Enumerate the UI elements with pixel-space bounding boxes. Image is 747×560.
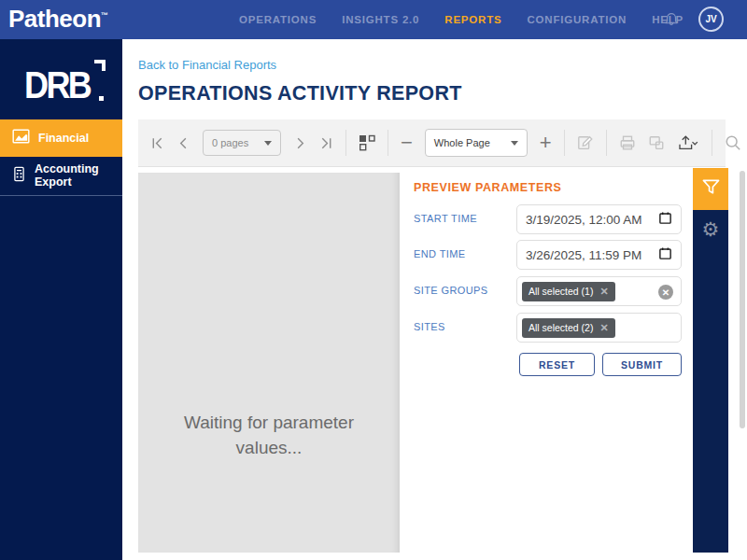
toolbar-separator bbox=[712, 130, 712, 156]
page-title: OPERATIONS ACTIVITY REPORT bbox=[138, 82, 462, 105]
zoom-level-dropdown[interactable]: Whole Page bbox=[425, 129, 528, 157]
chevron-down-icon bbox=[511, 141, 518, 146]
nav-item-reports[interactable]: REPORTS bbox=[444, 14, 501, 25]
top-navbar: Patheon™ OPERATIONS INSIGHTS 2.0 REPORTS… bbox=[0, 0, 747, 39]
zoom-out-button[interactable]: − bbox=[401, 133, 413, 153]
edit-report-icon bbox=[577, 134, 594, 151]
toolbar-separator bbox=[606, 130, 607, 156]
top-nav-menu: OPERATIONS INSIGHTS 2.0 REPORTS CONFIGUR… bbox=[239, 0, 684, 39]
drb-logo-corner-mark bbox=[94, 60, 106, 71]
last-page-button[interactable] bbox=[319, 136, 333, 150]
end-time-input[interactable]: 3/26/2025, 11:59 PM bbox=[516, 240, 682, 270]
nav-item-insights[interactable]: INSIGHTS 2.0 bbox=[342, 14, 419, 25]
user-avatar[interactable]: JV bbox=[698, 7, 724, 32]
toolbar-separator bbox=[564, 130, 565, 156]
patheon-logo: Patheon™ bbox=[8, 5, 108, 34]
reset-button[interactable]: RESET bbox=[519, 353, 595, 376]
sidebar-divider bbox=[0, 195, 122, 196]
end-time-label: END TIME bbox=[414, 248, 466, 259]
chevron-down-icon bbox=[264, 141, 272, 146]
first-page-button[interactable] bbox=[150, 136, 164, 150]
page-count-dropdown[interactable]: 0 pages bbox=[203, 130, 281, 156]
parameters-heading: PREVIEW PARAMETERS bbox=[414, 181, 562, 194]
remove-tag-icon[interactable]: ✕ bbox=[599, 286, 608, 298]
sites-multiselect[interactable]: All selected (2) ✕ bbox=[516, 313, 682, 343]
search-icon[interactable] bbox=[725, 134, 741, 151]
filter-funnel-icon bbox=[702, 179, 720, 199]
toolbar-separator bbox=[388, 130, 388, 156]
report-viewer-toolbar: 0 pages − Whole Page + bbox=[138, 119, 726, 167]
drb-logo-dot bbox=[99, 96, 104, 101]
sidebar-item-label: Accounting Export bbox=[35, 162, 122, 189]
site-groups-label: SITE GROUPS bbox=[414, 285, 488, 296]
preview-parameters-panel: PREVIEW PARAMETERS START TIME 3/19/2025,… bbox=[400, 173, 693, 553]
export-icon[interactable] bbox=[677, 134, 699, 151]
parameters-action-strip: ⚙ bbox=[693, 168, 728, 553]
report-preview-pane: Waiting for parameter values... bbox=[138, 173, 400, 553]
sidebar-item-accounting-export[interactable]: Accounting Export bbox=[0, 157, 122, 194]
sites-selected-tag: All selected (2) ✕ bbox=[522, 318, 615, 338]
notifications-bell-icon[interactable] bbox=[663, 11, 680, 28]
filter-parameters-button[interactable] bbox=[693, 168, 728, 210]
start-time-input[interactable]: 3/19/2025, 12:00 AM bbox=[516, 204, 682, 234]
toolbar-separator bbox=[345, 130, 346, 156]
sidebar-item-label: Financial bbox=[38, 132, 89, 145]
clear-all-icon[interactable]: ✕ bbox=[658, 285, 673, 300]
remove-tag-icon[interactable]: ✕ bbox=[599, 322, 608, 334]
drb-logo: DRB bbox=[24, 63, 99, 107]
site-groups-multiselect[interactable]: All selected (1) ✕ ✕ bbox=[516, 276, 682, 306]
main-content: Back to Financial Reports OPERATIONS ACT… bbox=[122, 39, 747, 560]
print-icon bbox=[619, 134, 636, 151]
vertical-scrollbar[interactable] bbox=[740, 171, 745, 428]
sites-label: SITES bbox=[414, 321, 445, 332]
back-to-financial-reports-link[interactable]: Back to Financial Reports bbox=[138, 58, 276, 72]
submit-button[interactable]: SUBMIT bbox=[602, 353, 682, 376]
waiting-message: Waiting for parameter values... bbox=[138, 411, 400, 460]
financial-chart-icon bbox=[12, 129, 30, 147]
start-time-label: START TIME bbox=[414, 213, 477, 224]
trademark-symbol: ™ bbox=[101, 11, 108, 20]
print-page-icon bbox=[648, 134, 665, 151]
next-page-button[interactable] bbox=[293, 136, 307, 150]
zoom-in-button[interactable]: + bbox=[540, 133, 552, 153]
site-groups-selected-tag: All selected (1) ✕ bbox=[522, 282, 615, 301]
calendar-icon[interactable] bbox=[658, 211, 672, 229]
calendar-icon[interactable] bbox=[658, 246, 672, 264]
sidebar-item-financial[interactable]: Financial bbox=[0, 119, 122, 157]
gear-icon: ⚙ bbox=[702, 218, 720, 241]
settings-button[interactable]: ⚙ bbox=[693, 210, 728, 249]
left-sidebar: DRB Financial bbox=[0, 39, 122, 560]
previous-page-button[interactable] bbox=[176, 136, 190, 150]
page-thumbnails-icon[interactable] bbox=[359, 134, 375, 151]
nav-item-configuration[interactable]: CONFIGURATION bbox=[527, 14, 627, 25]
nav-item-operations[interactable]: OPERATIONS bbox=[239, 14, 317, 25]
calculator-icon bbox=[12, 166, 26, 186]
